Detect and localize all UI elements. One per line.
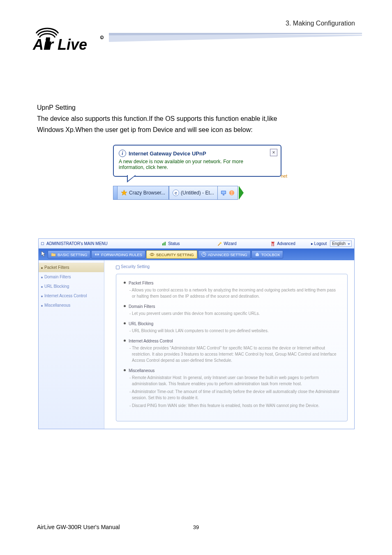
net-label: net (281, 173, 287, 178)
sidebar-item-packet-filters[interactable]: Packet Filters (39, 263, 104, 272)
balloon-body: A new device is now available on your ne… (119, 159, 276, 170)
toolbox-icon (255, 252, 260, 257)
svg-point-15 (151, 253, 153, 256)
section-desc: Administrator Time-out: The amount of ti… (129, 388, 340, 401)
advanced-tab-icon (201, 252, 206, 257)
bullet-icon (41, 242, 44, 245)
taskbar-untitled[interactable]: e (Untitled) - Et... (169, 186, 218, 200)
section-url-blocking: URL Blocking URL Blocking will block LAN… (124, 321, 340, 334)
balloon-title: Internet Gateway Device UPnP (129, 150, 206, 157)
taskbar-crazy-label: Crazy Browser... (129, 190, 165, 196)
section-internet-address-control: Internet Address Control The device prov… (124, 338, 340, 363)
forwarding-icon (95, 252, 99, 257)
section-desc: URL Blocking will block LAN computers to… (129, 328, 340, 334)
cursor-icon (41, 251, 47, 258)
section-title[interactable]: Packet Filters (129, 280, 340, 286)
tab-advanced-setting[interactable]: ADVANCED SETTING (198, 250, 251, 259)
section-desc: Allows you to control access to a networ… (129, 287, 340, 299)
sidebar-item-domain-filters[interactable]: Domain Filters (39, 272, 104, 282)
tab-forwarding-rules[interactable]: FORWARDING RULES (91, 250, 145, 259)
security-icon (150, 252, 154, 257)
sidebar: Packet Filters Domain Filters URL Blocki… (39, 260, 104, 429)
status-icon (161, 241, 166, 246)
svg-rect-17 (256, 254, 259, 256)
section-title[interactable]: Internet Address Control (129, 338, 340, 344)
page-number: 39 (193, 524, 199, 530)
section-title[interactable]: URL Blocking (129, 321, 340, 327)
admin-ui-screenshot: ADMINISTRATOR's MAIN MENU Status Wizard … (38, 238, 355, 429)
upnp-balloon-screenshot: i Internet Gateway Device UPnP × A new d… (113, 145, 281, 200)
taskbar: Crazy Browser... e (Untitled) - Et... (113, 186, 281, 200)
body-text: UpnP Setting The device also supports th… (37, 103, 355, 136)
svg-rect-10 (162, 243, 163, 245)
header-separator (109, 32, 362, 44)
section-miscellaneous: Miscellaneous Remote Administrator Host:… (124, 368, 340, 409)
upnp-line1: The device also supports this function.I… (37, 114, 355, 124)
svg-text:Air Live: Air Live (32, 36, 87, 53)
nav-wizard[interactable]: Wizard (199, 241, 255, 246)
section-domain-filters: Domain Filters Let you prevent users und… (124, 303, 340, 317)
tab-toolbox[interactable]: TOOLBOX (251, 250, 284, 259)
tab-basic-setting[interactable]: BASIC SETTING (48, 250, 90, 259)
svg-rect-7 (221, 191, 226, 194)
green-arrow-icon (239, 186, 244, 200)
section-title[interactable]: Domain Filters (129, 303, 340, 310)
svg-marker-5 (121, 190, 127, 195)
taskbar-untitled-label: (Untitled) - Et... (181, 190, 214, 196)
info-icon: i (119, 150, 126, 157)
svg-rect-18 (256, 253, 258, 254)
upnp-heading: UpnP Setting (37, 103, 355, 113)
close-icon[interactable]: × (270, 149, 277, 156)
section-desc: The device provides "Administrator MAC C… (129, 345, 340, 363)
section-desc: Let you prevent users under this device … (129, 310, 340, 317)
nav-status[interactable]: Status (143, 241, 199, 246)
globe-icon (228, 190, 235, 196)
svg-marker-3 (109, 35, 362, 42)
sidebar-item-miscellaneous[interactable]: Miscellaneous (39, 301, 104, 310)
language-select[interactable]: English (330, 240, 352, 247)
monitor-icon (220, 190, 227, 196)
folder-icon (51, 252, 56, 257)
svg-rect-12 (165, 242, 166, 245)
svg-rect-8 (223, 194, 224, 195)
footer-manual-title: AirLive GW-300R User's Manual (37, 524, 120, 530)
upnp-line2: Windows Xp.When the user get ip from Dev… (37, 125, 355, 135)
svg-text:R: R (101, 37, 103, 39)
chapter-title: 3. Making Configuration (286, 20, 355, 27)
taskbar-crazy-browser[interactable]: Crazy Browser... (117, 186, 169, 200)
tray-icons (218, 186, 238, 200)
main-menu-title: ADMINISTRATOR's MAIN MENU (46, 241, 143, 246)
ie-icon: e (173, 190, 179, 196)
tab-row: BASIC SETTING FORWARDING RULES SECURITY … (39, 249, 354, 260)
section-desc: Discard PING from WAN side: When this fe… (129, 402, 340, 409)
advanced-icon (270, 241, 275, 246)
sidebar-item-internet-access-control[interactable]: Internet Access Control (39, 291, 104, 301)
section-desc: Remote Administrator Host: In general, o… (129, 375, 340, 387)
logout-link[interactable]: ▸ Logout (311, 241, 327, 246)
content-box: Packet Filters Allows you to control acc… (116, 274, 348, 421)
section-packet-filters: Packet Filters Allows you to control acc… (124, 280, 340, 299)
wizard-icon (217, 241, 222, 246)
svg-point-14 (150, 253, 154, 256)
star-icon (121, 190, 127, 196)
nav-advanced[interactable]: Advanced (255, 241, 311, 246)
tab-security-setting[interactable]: SECURITY SETTING (146, 250, 197, 259)
brand-logo: Air Live R (29, 18, 105, 53)
svg-rect-11 (164, 243, 164, 245)
content-title: Security Setting (116, 264, 348, 269)
sidebar-item-url-blocking[interactable]: URL Blocking (39, 282, 104, 291)
section-title[interactable]: Miscellaneous (129, 368, 340, 374)
